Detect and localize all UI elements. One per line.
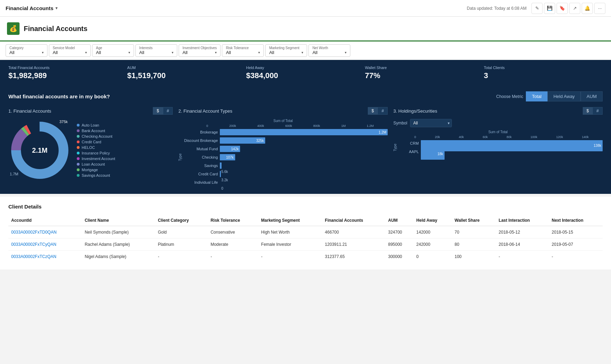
chart3-header: 3. Holdings/Securities $ # (393, 107, 603, 115)
col-marketing-segment: Marketing Segment (258, 215, 322, 226)
table-head: AccountIdClient NameClient CategoryRisk … (8, 215, 603, 226)
filter-interests[interactable]: Interests All ▾ (135, 44, 177, 57)
chart2-dollar-btn[interactable]: $ (368, 107, 378, 115)
metric-btn-held-away[interactable]: Held Away (547, 91, 581, 101)
client-details-table: AccountIdClient NameClient CategoryRisk … (8, 215, 603, 263)
donut-top-label: 375k (59, 120, 68, 124)
financial-accounts-panel: 1. Financial Accounts $ # (8, 107, 173, 182)
legend-item-savings-account: Savings Account (77, 173, 115, 177)
legend-dot (77, 141, 80, 143)
legend-dot (77, 124, 80, 127)
title-chevron-icon[interactable]: ▾ (55, 6, 58, 10)
more-button[interactable]: ··· (594, 3, 605, 14)
legend-item-checking-account: Checking Account (77, 134, 115, 138)
bell-button[interactable]: 🔔 (582, 3, 593, 14)
legend-item-bank-account: Bank Account (77, 129, 115, 133)
col-accountid: AccountId (8, 215, 82, 226)
col-wallet-share: Wallet Share (452, 215, 496, 226)
legend-dot (77, 163, 80, 166)
donut-sub-label: 1.7M (10, 172, 18, 176)
legend-item-heloc: HELOC (77, 145, 115, 150)
data-updated-label: Data updated: Today at 6:08 AM (467, 6, 527, 11)
symbol-label: Symbol (393, 121, 407, 126)
chart2-header: 2. Financial Account Types $ # (178, 107, 388, 115)
chart3-y-label: Type (393, 144, 397, 151)
chart-section: What financial accounts are in my book? … (0, 86, 611, 194)
chart2-y-label: Type (178, 153, 182, 161)
col-next-interaction: Next Interaction (549, 215, 603, 226)
col-risk-tolerance: Risk Tolerance (208, 215, 258, 226)
holdings-bar-row-crm: CRM 138k (398, 140, 603, 146)
metric-btn-total[interactable]: Total (526, 91, 547, 101)
chart2-bars: Brokerage 1.2M Discount Brokerage 325k M… (183, 129, 388, 185)
bookmark-button[interactable]: 🔖 (557, 3, 568, 14)
table-row: 0033A00002FxTCzQANNigel Adams (Sample)--… (8, 251, 603, 263)
donut-chart: 2.1M 375k 1.7M (8, 119, 71, 182)
chart1-dollar-btn[interactable]: $ (153, 107, 163, 115)
table-row: 0033A00002FxTD0QANNeil Symonds (Sample)G… (8, 226, 603, 238)
holdings-panel: 3. Holdings/Securities $ # Symbol All CR… (393, 107, 603, 155)
page-title-bar: 💰 Financial Accounts (0, 17, 611, 41)
table-row: 0033A00002FxTCyQANRachel Adams (Sample)P… (8, 238, 603, 251)
edit-button[interactable]: ✎ (531, 3, 543, 14)
chart2-title: 2. Financial Account Types (178, 108, 232, 114)
metric-toggle: TotalHeld AwayAUM (526, 91, 603, 101)
filter-net-worth[interactable]: Net Worth All ▾ (308, 44, 350, 57)
chart3-dollar-btn[interactable]: $ (583, 107, 593, 115)
stat-total-clients: Total Clients 3 (484, 66, 603, 80)
legend-item-investment-account: Investment Account (77, 157, 115, 161)
table-body: 0033A00002FxTD0QANNeil Symonds (Sample)G… (8, 226, 603, 263)
table-header-row: AccountIdClient NameClient CategoryRisk … (8, 215, 603, 226)
bar-row-savings: Savings 5.6k (183, 162, 388, 169)
col-financial-accounts: Financial Accounts (322, 215, 385, 226)
legend-item-loan-account: Loan Account (77, 162, 115, 166)
chart2-axis-ticks: 0200k400k600k800k1M1.2M (178, 124, 388, 129)
filter-risk-tolerance[interactable]: Risk Tolerance All ▾ (222, 44, 264, 57)
filter-age[interactable]: Age All ▾ (92, 44, 134, 57)
chart2-hash-btn[interactable]: # (378, 107, 388, 115)
bar-row-mutual-fund: Mutual Fund 142k (183, 146, 388, 152)
col-client-category: Client Category (155, 215, 208, 226)
stats-row: Total Financial Accounts $1,982,989AUM $… (0, 60, 611, 86)
stat-held-away: Held Away $384,000 (246, 66, 365, 80)
chart3-toggle: $ # (583, 107, 603, 115)
symbol-select[interactable]: All CRM AAPL (410, 119, 452, 127)
legend-item-insurance-policy: Insurance Policy (77, 151, 115, 155)
chart-section-header: What financial accounts are in my book? … (8, 86, 603, 107)
chart1-hash-btn[interactable]: # (163, 107, 173, 115)
top-header: Financial Accounts ▾ Data updated: Today… (0, 0, 611, 17)
page-title: Financial Accounts (24, 25, 88, 33)
app-title: Financial Accounts (6, 5, 53, 11)
chart2-axis-label: Sum of Total (178, 119, 388, 123)
stat-aum: AUM $1,519,700 (127, 66, 246, 80)
filter-investment-objectives[interactable]: Investment Objectives All ▾ (179, 44, 221, 57)
legend-dot (77, 152, 80, 154)
col-client-name: Client Name (82, 215, 155, 226)
symbol-select-wrap[interactable]: All CRM AAPL (410, 119, 452, 127)
legend-dot (77, 174, 80, 177)
chart3-title: 3. Holdings/Securities (393, 108, 437, 114)
charts-grid: 1. Financial Accounts $ # (8, 107, 603, 185)
filter-service-model[interactable]: Service Model All ▾ (49, 44, 91, 57)
filter-category[interactable]: Category All ▾ (6, 44, 47, 57)
metric-btn-aum[interactable]: AUM (581, 91, 603, 101)
legend-item-auto-loan: Auto Loan (77, 123, 115, 127)
metric-label: Choose Metric (496, 94, 523, 99)
col-aum: AUM (385, 215, 413, 226)
chart1-title: 1. Financial Accounts (8, 108, 51, 114)
col-last-interaction: Last Interaction (496, 215, 549, 226)
filter-marketing-segment[interactable]: Marketing Segment All ▾ (265, 44, 307, 57)
client-details-section: Client Details AccountIdClient NameClien… (0, 197, 611, 270)
page-icon: 💰 (7, 22, 20, 35)
holdings-chart-area: Symbol All CRM AAPL Sum of Total 020k40k… (393, 119, 603, 155)
chart3-hash-btn[interactable]: # (593, 107, 603, 115)
share-button[interactable]: ↗ (569, 3, 580, 14)
chart1-toggle: $ # (153, 107, 173, 115)
page-icon-symbol: 💰 (9, 25, 17, 32)
legend-dot (77, 146, 80, 149)
legend-list: Auto Loan Bank Account Checking Account … (77, 123, 115, 177)
client-details-title: Client Details (8, 204, 603, 210)
save-button[interactable]: 💾 (544, 3, 555, 14)
account-types-bar-chart: Sum of Total 0200k400k600k800k1M1.2M Typ… (178, 119, 388, 185)
chart-section-title: What financial accounts are in my book? (8, 93, 110, 99)
